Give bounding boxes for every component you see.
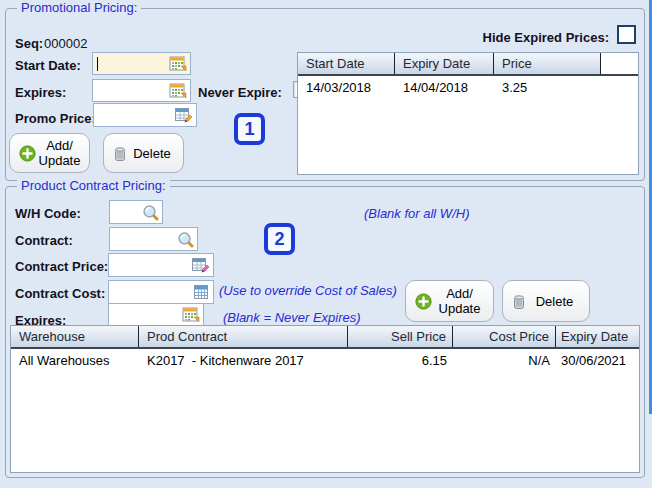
- add-plus-icon: [19, 145, 36, 162]
- column-header-cost-price[interactable]: Cost Price: [453, 326, 556, 347]
- cell-start-date: 14/03/2018: [298, 80, 395, 95]
- contract-delete-button[interactable]: Delete: [502, 280, 590, 322]
- add-update-button-label: Add/ Update: [36, 138, 89, 168]
- trash-icon: [512, 293, 526, 310]
- never-expire-label: Never Expire:: [198, 85, 282, 100]
- column-header-price[interactable]: Price: [494, 53, 601, 74]
- cell-cost-price: N/A: [453, 353, 556, 368]
- delete-button-label: Delete: [127, 146, 183, 161]
- contract-prices-table[interactable]: Warehouse Prod Contract Sell Price Cost …: [10, 325, 640, 473]
- calendar-icon[interactable]: [182, 306, 200, 324]
- calendar-icon[interactable]: [169, 82, 187, 100]
- contract-input[interactable]: [109, 227, 198, 251]
- column-header-prod-contract[interactable]: Prod Contract: [139, 326, 348, 347]
- add-update-button-label: Add/ Update: [432, 286, 493, 316]
- cell-prod-contract: K2017 - Kitchenware 2017: [139, 353, 348, 368]
- cell-warehouse: All Warehouses: [11, 353, 139, 368]
- promo-add-update-button[interactable]: Add/ Update: [9, 133, 90, 173]
- contract-expires-hint: (Blank = Never Expires): [223, 310, 361, 325]
- calculator-grid-icon[interactable]: [192, 283, 210, 301]
- annotation-marker-2: 2: [264, 223, 295, 255]
- seq-label: Seq:: [15, 36, 43, 51]
- pricing-form-window: Promotional Pricing: Seq: 000002 Start D…: [0, 0, 652, 488]
- annotation-marker-1: 1: [234, 113, 265, 145]
- promo-price-input[interactable]: [93, 103, 197, 127]
- contract-pricing-title: Product Contract Pricing:: [17, 178, 170, 193]
- cell-expiry-date: 30/06/2021: [556, 353, 639, 368]
- promo-price-label: Promo Price:: [15, 111, 96, 126]
- cell-price: 3.25: [494, 80, 601, 95]
- contract-expires-input[interactable]: [108, 303, 204, 326]
- promo-table-header: Start Date Expiry Date Price: [298, 53, 638, 76]
- column-header-sell-price[interactable]: Sell Price: [348, 326, 453, 347]
- price-edit-icon[interactable]: [175, 106, 193, 124]
- seq-value: 000002: [44, 36, 87, 51]
- cell-sell-price: 6.15: [348, 353, 453, 368]
- contract-pricing-group: Product Contract Pricing: W/H Code: (Bla…: [5, 186, 645, 478]
- wh-code-hint: (Blank for all W/H): [364, 206, 469, 221]
- start-date-input[interactable]: [92, 52, 191, 75]
- search-icon[interactable]: [176, 230, 194, 248]
- promotional-pricing-group: Promotional Pricing: Seq: 000002 Start D…: [5, 8, 645, 181]
- expires-input[interactable]: [92, 79, 191, 102]
- cell-expiry-date: 14/04/2018: [395, 80, 494, 95]
- wh-code-label: W/H Code:: [15, 206, 81, 221]
- wh-code-input[interactable]: [109, 200, 163, 224]
- contract-cost-hint: (Use to override Cost of Sales): [219, 283, 397, 298]
- calendar-icon[interactable]: [169, 55, 187, 73]
- expires-label: Expires:: [15, 85, 66, 100]
- delete-button-label: Delete: [526, 294, 589, 309]
- column-header-warehouse[interactable]: Warehouse: [11, 326, 139, 347]
- promo-delete-button[interactable]: Delete: [103, 133, 184, 173]
- price-edit-icon[interactable]: [192, 256, 210, 274]
- contract-cost-input[interactable]: [108, 280, 214, 304]
- hide-expired-prices-checkbox[interactable]: [617, 25, 636, 44]
- promo-prices-table[interactable]: Start Date Expiry Date Price 14/03/2018 …: [297, 52, 639, 175]
- contract-cost-label: Contract Cost:: [15, 286, 105, 301]
- trash-icon: [113, 145, 127, 162]
- table-row[interactable]: 14/03/2018 14/04/2018 3.25: [298, 76, 638, 95]
- text-caret: [97, 57, 98, 71]
- add-plus-icon: [415, 293, 432, 310]
- hide-expired-prices-label: Hide Expired Prices:: [306, 30, 609, 45]
- contract-table-header: Warehouse Prod Contract Sell Price Cost …: [11, 326, 639, 349]
- contract-price-label: Contract Price:: [15, 259, 108, 274]
- table-row[interactable]: All Warehouses K2017 - Kitchenware 2017 …: [11, 349, 639, 368]
- promotional-pricing-title: Promotional Pricing:: [17, 0, 141, 15]
- search-icon[interactable]: [141, 203, 159, 221]
- column-header-filler: [601, 53, 638, 74]
- contract-label: Contract:: [15, 233, 73, 248]
- column-header-expiry-date[interactable]: Expiry Date: [556, 326, 639, 347]
- contract-add-update-button[interactable]: Add/ Update: [405, 280, 494, 322]
- column-header-start-date[interactable]: Start Date: [298, 53, 395, 74]
- column-header-expiry-date[interactable]: Expiry Date: [395, 53, 494, 74]
- start-date-label: Start Date:: [15, 58, 81, 73]
- contract-price-input[interactable]: [108, 253, 214, 277]
